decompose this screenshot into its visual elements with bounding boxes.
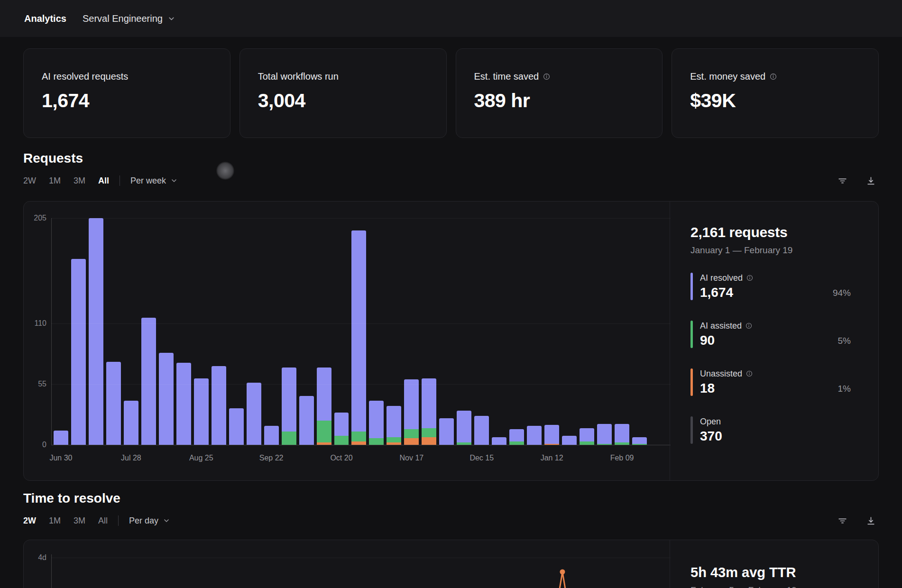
requests-bar-week-0[interactable]: [54, 431, 68, 445]
range-tab-1m[interactable]: 1M: [49, 176, 61, 186]
requests-bar-week-32[interactable]: [615, 424, 629, 445]
y-tick-label: 110: [24, 319, 46, 328]
requests-bar-week-5[interactable]: [141, 318, 156, 445]
requests-bar-week-7[interactable]: [176, 363, 191, 445]
requests-bar-week-28[interactable]: [544, 425, 559, 445]
requests-bar-week-29[interactable]: [562, 436, 577, 445]
filter-button[interactable]: [834, 513, 850, 529]
bar-segment-assisted: [422, 428, 436, 437]
ttr-data-point[interactable]: [560, 570, 565, 575]
gridline: [51, 218, 671, 219]
requests-date-range: January 1 — February 19: [690, 245, 851, 256]
range-tab-3m[interactable]: 3M: [74, 516, 85, 526]
range-tab-3m[interactable]: 3M: [74, 176, 85, 186]
legend-color-unassisted: [690, 368, 693, 396]
requests-bar-week-20[interactable]: [404, 379, 419, 445]
requests-bar-week-18[interactable]: [369, 401, 384, 445]
requests-bar-week-24[interactable]: [474, 416, 489, 445]
bar-segment-assisted: [334, 436, 349, 445]
requests-bar-week-13[interactable]: [282, 368, 296, 445]
bar-segment-resolved: [89, 218, 103, 445]
bar-segment-resolved: [71, 259, 86, 445]
granularity-dropdown[interactable]: Per week: [130, 176, 178, 186]
requests-bar-week-17[interactable]: [351, 230, 366, 445]
requests-bar-week-30[interactable]: [580, 428, 594, 445]
legend-item-ai-assisted: AI assisted 90 5%: [690, 321, 851, 348]
requests-bar-week-2[interactable]: [89, 218, 103, 445]
bar-segment-unassisted: [544, 444, 559, 445]
requests-actions: [834, 173, 879, 189]
top-bar: Analytics Serval Engineering: [0, 0, 902, 37]
bar-segment-resolved: [527, 426, 542, 445]
bar-segment-resolved: [212, 366, 226, 445]
bar-segment-unassisted: [351, 441, 366, 445]
requests-bar-week-11[interactable]: [247, 383, 261, 445]
requests-bar-week-31[interactable]: [597, 424, 612, 445]
info-icon[interactable]: [746, 275, 753, 281]
bar-segment-resolved: [334, 413, 349, 436]
stat-value: 1,674: [42, 90, 212, 112]
bar-segment-resolved: [124, 401, 138, 445]
requests-bar-week-23[interactable]: [457, 411, 471, 445]
requests-bar-week-21[interactable]: [422, 378, 436, 445]
info-icon[interactable]: [543, 73, 550, 80]
x-tick-label: Jun 30: [37, 454, 84, 462]
bar-segment-resolved: [159, 353, 174, 445]
info-icon[interactable]: [746, 370, 753, 377]
bar-segment-unassisted: [404, 438, 419, 445]
y-tick-label: 4d: [24, 553, 46, 562]
requests-bar-week-16[interactable]: [334, 413, 349, 445]
bar-segment-resolved: [247, 383, 261, 445]
requests-bar-week-15[interactable]: [317, 368, 331, 445]
range-tab-all[interactable]: All: [98, 176, 109, 186]
range-tab-1m[interactable]: 1M: [49, 516, 61, 526]
requests-bar-week-9[interactable]: [212, 366, 226, 445]
requests-bar-week-33[interactable]: [632, 437, 647, 445]
ttr-range-tabs: 2W 1M 3M All: [23, 516, 108, 526]
range-tab-2w[interactable]: 2W: [23, 516, 36, 526]
requests-chart-card: 2,161 requests January 1 — February 19 A…: [23, 201, 879, 481]
info-icon[interactable]: [770, 73, 777, 80]
ttr-title: Time to resolve: [23, 491, 879, 506]
granularity-dropdown[interactable]: Per day: [129, 516, 170, 526]
requests-bar-week-8[interactable]: [194, 378, 209, 445]
requests-bar-week-10[interactable]: [229, 408, 244, 445]
x-tick-label: Oct 20: [318, 454, 365, 462]
legend-color-ai-assisted: [690, 321, 693, 348]
requests-bar-week-22[interactable]: [439, 418, 454, 445]
requests-section-head: Requests 2W 1M 3M All Per week: [23, 151, 879, 188]
x-axis-line: [51, 445, 671, 445]
requests-bar-week-26[interactable]: [509, 429, 524, 445]
download-button[interactable]: [863, 513, 879, 529]
y-tick-label: 205: [24, 214, 46, 222]
stat-card-workflows: Total workflows run 3,004: [239, 48, 447, 138]
workspace-switcher[interactable]: Serval Engineering: [83, 13, 175, 24]
requests-bar-week-19[interactable]: [387, 406, 401, 445]
ttr-line-chart: [54, 540, 647, 588]
bar-segment-resolved: [615, 424, 629, 443]
ttr-average: 5h 43m avg TTR: [690, 565, 851, 580]
range-tab-2w[interactable]: 2W: [23, 176, 36, 186]
requests-bar-week-12[interactable]: [264, 426, 279, 445]
gridline: [51, 323, 671, 324]
requests-bar-week-4[interactable]: [124, 401, 138, 445]
requests-bar-week-14[interactable]: [299, 396, 314, 445]
ttr-date-range: February 5 — February 19: [690, 585, 851, 588]
requests-bar-week-1[interactable]: [71, 259, 86, 445]
requests-bar-week-6[interactable]: [159, 353, 174, 445]
requests-bar-week-3[interactable]: [106, 362, 121, 445]
download-button[interactable]: [863, 173, 879, 189]
range-tab-all[interactable]: All: [98, 516, 108, 526]
bar-segment-resolved: [544, 425, 559, 444]
info-icon[interactable]: [746, 322, 752, 329]
legend-label: Unassisted: [700, 368, 753, 379]
filter-button[interactable]: [834, 173, 850, 189]
requests-bar-week-25[interactable]: [492, 437, 506, 445]
bar-segment-resolved: [404, 379, 419, 429]
requests-bar-week-27[interactable]: [527, 426, 542, 445]
filter-lines-icon: [838, 176, 847, 186]
legend-value: 90: [700, 333, 752, 348]
y-axis-line: [51, 554, 52, 588]
bar-segment-resolved: [141, 318, 156, 445]
legend-value: 1,674: [700, 285, 753, 300]
